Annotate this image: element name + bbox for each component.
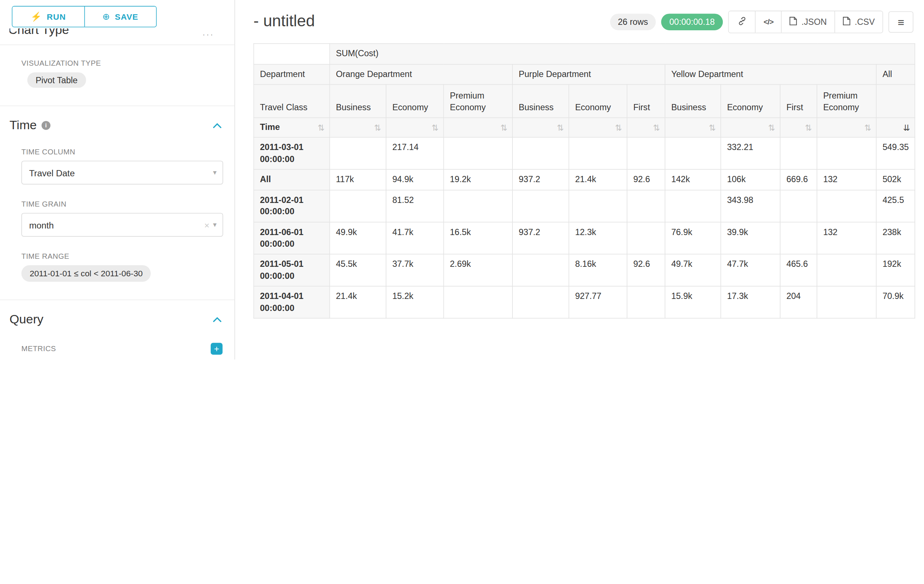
export-csv-button[interactable]: .CSV	[835, 12, 882, 33]
value-cell	[780, 190, 817, 222]
value-cell	[512, 254, 569, 286]
time-sort-cell[interactable]: Time⇅	[254, 118, 330, 138]
department-group-cell: All	[876, 64, 915, 85]
column-sort-cell[interactable]: ⇅	[569, 118, 627, 138]
value-cell	[444, 286, 513, 318]
value-cell	[817, 286, 876, 318]
run-button-label: RUN	[47, 12, 66, 21]
column-sort-cell[interactable]: ⇅	[780, 118, 817, 138]
sort-icon[interactable]: ⇅	[653, 122, 660, 133]
run-bolt-icon: ⚡	[31, 12, 42, 22]
column-sort-cell[interactable]: ⇅	[330, 118, 386, 138]
sort-icon[interactable]: ⇅	[768, 122, 775, 133]
value-cell: 332.21	[721, 137, 780, 169]
menu-button[interactable]: ≡	[889, 12, 913, 33]
save-button-label: SAVE	[115, 12, 139, 21]
chevron-up-icon[interactable]	[213, 316, 221, 322]
sort-icon[interactable]: ⇅	[432, 122, 439, 133]
query-timer-badge: 00:00:00.18	[661, 13, 723, 30]
metrics-label-row: METRICS +	[21, 343, 223, 355]
value-cell: 21.4k	[330, 286, 386, 318]
column-sort-cell[interactable]: ⇊	[876, 118, 915, 138]
travel-class-cell: Premium Economy	[444, 85, 513, 118]
value-cell: 21.4k	[569, 169, 627, 190]
sort-icon[interactable]: ⇅	[500, 122, 507, 133]
value-cell: 425.5	[876, 190, 915, 222]
row-label-cell: 2011-03-01 00:00:00	[254, 137, 330, 169]
value-cell: 192k	[876, 254, 915, 286]
chart-header-controls: 26 rows 00:00:00.18 </>	[610, 11, 913, 33]
sort-icon[interactable]: ⇅	[709, 122, 716, 133]
column-sort-cell[interactable]: ⇅	[665, 118, 721, 138]
pivot-data-row: 2011-04-01 00:00:0021.4k15.2k927.7715.9k…	[254, 286, 915, 318]
sort-icon[interactable]: ⇅	[557, 122, 564, 133]
value-cell	[512, 190, 569, 222]
export-csv-label: .CSV	[855, 17, 875, 26]
control-panel: ⚡ RUN ⊕ SAVE Chart Type ··· VISUALIZATIO…	[0, 0, 235, 360]
sort-icon[interactable]: ⇅	[864, 122, 871, 133]
column-sort-cell[interactable]: ⇅	[627, 118, 665, 138]
query-section-header: Query	[10, 312, 223, 326]
save-button[interactable]: ⊕ SAVE	[84, 7, 156, 26]
clear-icon[interactable]: ×	[204, 220, 209, 230]
column-sort-cell[interactable]: ⇅	[444, 118, 513, 138]
row-label-cell: All	[254, 169, 330, 190]
column-sort-cell[interactable]: ⇅	[386, 118, 444, 138]
chart-panel: - untitled 26 rows 00:00:00.18	[235, 0, 924, 360]
copy-link-button[interactable]	[729, 12, 755, 33]
value-cell: 70.9k	[876, 286, 915, 318]
value-cell: 465.6	[780, 254, 817, 286]
travel-class-cell: Economy	[569, 85, 627, 118]
value-cell: 8.16k	[569, 254, 627, 286]
sort-icon[interactable]: ⇅	[318, 122, 325, 133]
column-sort-cell[interactable]: ⇅	[817, 118, 876, 138]
value-cell	[817, 137, 876, 169]
row-label-cell: 2011-04-01 00:00:00	[254, 286, 330, 318]
value-cell: 132	[817, 169, 876, 190]
column-sort-cell[interactable]: ⇅	[512, 118, 569, 138]
chart-title[interactable]: - untitled	[254, 12, 315, 30]
value-cell	[569, 190, 627, 222]
time-grain-select[interactable]: month × ▾	[21, 213, 223, 237]
explore-view: ⚡ RUN ⊕ SAVE Chart Type ··· VISUALIZATIO…	[0, 0, 924, 360]
value-cell: 12.3k	[569, 222, 627, 254]
export-json-button[interactable]: .JSON	[781, 12, 835, 33]
time-range-value[interactable]: 2011-01-01 ≤ col < 2011-06-30	[21, 265, 151, 282]
value-cell	[780, 137, 817, 169]
add-metric-button[interactable]: +	[211, 343, 223, 355]
query-section-title: Query	[10, 312, 43, 326]
pivot-table: SUM(Cost)DepartmentOrange DepartmentPurp…	[254, 43, 915, 319]
sort-icon[interactable]: ⇅	[805, 122, 812, 133]
sort-desc-icon[interactable]: ⇊	[903, 122, 910, 133]
sort-icon[interactable]: ⇅	[615, 122, 622, 133]
file-icon	[843, 17, 851, 27]
value-cell	[665, 190, 721, 222]
visualization-type-label: VISUALIZATION TYPE	[21, 59, 223, 68]
sort-icon[interactable]: ⇅	[374, 122, 381, 133]
travel-class-cell: Economy	[721, 85, 780, 118]
code-icon: </>	[764, 18, 774, 26]
value-cell	[665, 137, 721, 169]
column-sort-cell[interactable]: ⇅	[721, 118, 780, 138]
value-cell: 132	[817, 222, 876, 254]
value-cell	[444, 137, 513, 169]
pivot-travel-class-row: Travel ClassBusinessEconomyPremium Econo…	[254, 85, 915, 118]
value-cell: 92.6	[627, 169, 665, 190]
info-icon: i	[42, 121, 50, 130]
view-query-button[interactable]: </>	[755, 12, 782, 33]
value-cell: 19.2k	[444, 169, 513, 190]
run-button[interactable]: ⚡ RUN	[12, 7, 84, 26]
value-cell: 15.9k	[665, 286, 721, 318]
value-cell: 76.9k	[665, 222, 721, 254]
time-column-select[interactable]: Travel Date ▾	[21, 161, 223, 184]
metric-header-cell: SUM(Cost)	[330, 43, 915, 64]
department-group-cell: Yellow Department	[665, 64, 876, 85]
value-cell: 106k	[721, 169, 780, 190]
visualization-type-value[interactable]: Pivot Table	[27, 72, 86, 87]
travel-class-cell: First	[627, 85, 665, 118]
chevron-up-icon[interactable]	[213, 123, 221, 128]
pivot-data-row: 2011-03-01 00:00:00217.14332.21549.35	[254, 137, 915, 169]
more-options-icon[interactable]: ···	[202, 30, 214, 39]
value-cell	[512, 286, 569, 318]
value-cell: 238k	[876, 222, 915, 254]
